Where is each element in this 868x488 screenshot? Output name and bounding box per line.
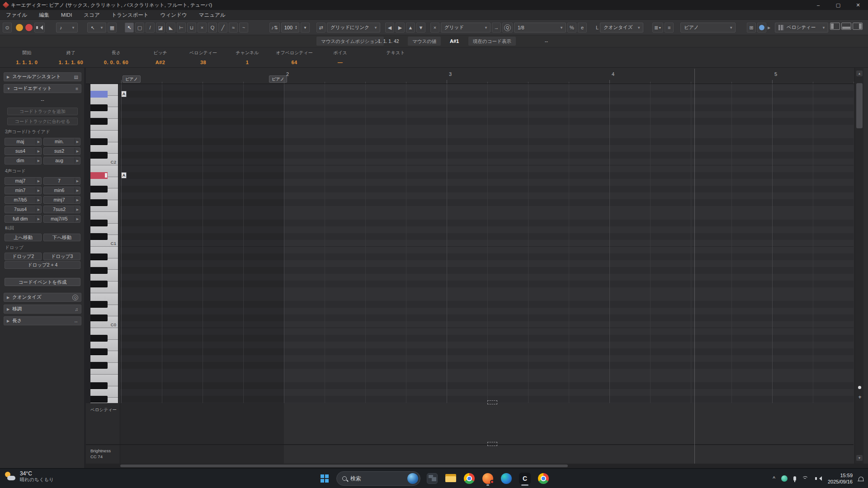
chord-flyout-arrow-icon[interactable]: ▶ [75,138,80,145]
snap-off-icon[interactable]: × [430,23,439,33]
chord-button-minj7[interactable]: minj7▶ [43,196,80,204]
auto-select-dropdown[interactable]: ↖▼ [87,23,106,33]
chord-flyout-arrow-icon[interactable]: ▶ [36,206,41,213]
browser-profile-button[interactable] [537,471,550,486]
part-selector-dropdown[interactable]: ピアノ▼ [680,23,736,33]
minimize-button[interactable]: – [808,0,828,10]
piano-key-black[interactable] [90,348,108,355]
chord-button-aug[interactable]: aug▶ [43,157,80,164]
note-grid[interactable]: AA [120,84,854,403]
midi-input-dropdown[interactable]: ♪▼ [56,23,78,33]
move-up-button[interactable]: 上へ移動 [5,234,42,241]
split-tool[interactable]: ⊢ [177,23,186,33]
file-explorer-button[interactable] [444,471,458,486]
quantize-q-icon[interactable]: Q [502,23,513,33]
setup-pin-icon[interactable]: ⊙ [3,23,12,33]
piano-key-black[interactable] [90,335,108,342]
right-zone-toggle[interactable] [853,23,863,30]
piano-key-black[interactable] [90,233,108,240]
grid-overlay-icon[interactable]: ⊞ [747,23,756,33]
info-value-3[interactable]: A#2 [156,60,165,65]
move-up-icon[interactable]: ▲ [406,23,415,33]
start-button[interactable] [318,471,331,486]
close-button[interactable]: ✕ [848,0,868,10]
more-caret-icon[interactable]: ▶ [768,26,770,30]
line-tool[interactable]: ╱ [218,23,227,33]
part-list-icon[interactable]: ≣▼ [652,23,663,33]
info-value-6[interactable]: 64 [291,60,297,65]
chord-flyout-arrow-icon[interactable]: ▶ [36,148,41,155]
chord-flyout-arrow-icon[interactable]: ▶ [75,157,80,164]
menu-scores[interactable]: スコア [78,10,105,20]
piano-key-black[interactable] [90,362,108,369]
piano-key-black[interactable] [90,118,108,125]
microphone-icon[interactable] [793,476,796,481]
move-down-icon[interactable]: ▼ [416,23,425,33]
cubase-button[interactable]: C [518,471,532,486]
panel-length[interactable]: ▶長さ↔ [4,316,81,325]
midi-note-As1[interactable]: A [121,172,127,178]
piano-key-black[interactable] [90,382,108,389]
glue-tool[interactable]: ⊔ [187,23,196,33]
midi-note-As2[interactable]: A [121,91,127,97]
vertical-scrollbar[interactable]: ▲ + ▼ [854,68,863,464]
part-start-flag[interactable]: ピアノ [123,75,141,83]
insert-velocity-spinner[interactable]: 100▲▼ [281,23,299,33]
chord-flyout-arrow-icon[interactable]: ▶ [36,178,41,184]
menu-manual[interactable]: マニュアル [193,10,231,20]
vertical-scroll-thumb[interactable] [856,83,863,128]
maximize-button[interactable]: ▢ [828,0,848,10]
move-down-button[interactable]: 下へ移動 [43,234,80,241]
chrome-button[interactable] [462,471,476,486]
add-chord-track-button[interactable]: コードトラックを追加 [7,108,78,115]
chord-flyout-arrow-icon[interactable]: ▶ [75,197,80,203]
grid-type-dropdown[interactable]: グリッド▼ [441,23,491,33]
zoom-dot-icon[interactable] [858,386,861,389]
search-box[interactable]: 検索 [336,471,420,486]
mute-tool[interactable]: × [198,23,207,33]
menu-window[interactable]: ウィンドウ [155,10,193,20]
chord-button-maj[interactable]: maj▶ [5,138,42,145]
zoom-tool[interactable]: Q [208,23,217,33]
piano-key-black[interactable] [90,253,108,260]
chord-button-min-[interactable]: min.▶ [43,138,80,145]
edge-button[interactable] [500,471,513,486]
zoom-in-button[interactable]: + [857,394,863,400]
panel-chord-editing[interactable]: ▼コードエディット≡ [4,84,81,93]
tray-app-icon[interactable] [781,475,788,482]
chord-button-7sus2[interactable]: 7sus2▶ [43,206,80,213]
info-value-5[interactable]: 1 [246,60,249,65]
warp-tool[interactable]: ≈ [229,23,238,33]
tray-chevron-icon[interactable]: ^ [773,475,775,482]
scroll-up-button[interactable]: ▲ [856,70,863,76]
quantize-preset-dropdown[interactable]: 1/8▼ [514,23,566,33]
chord-button-7[interactable]: 7▶ [43,177,80,185]
piano-key-black[interactable] [90,104,108,111]
draw-tool[interactable]: / [146,23,155,33]
chord-flyout-arrow-icon[interactable]: ▶ [36,216,41,222]
link-icon[interactable]: ⇄ [316,23,326,33]
info-value-1[interactable]: 1. 1. 1. 60 [59,60,83,65]
chord-button-sus2[interactable]: sus2▶ [43,147,80,155]
panel-transpose[interactable]: ▶移調♫ [4,305,81,314]
piano-key-black[interactable] [90,281,108,287]
menu-midi[interactable]: MIDI [55,10,78,20]
chord-flyout-arrow-icon[interactable]: ▶ [36,187,41,194]
chord-button-dim[interactable]: dim▶ [5,157,42,164]
left-zone-toggle[interactable] [830,23,840,30]
volume-icon[interactable] [815,476,822,481]
chord-button-maj7-5[interactable]: maj7/#5▶ [43,215,80,223]
panel-scale-assistant[interactable]: ▶スケールアシスタント▤ [4,72,81,81]
cc74-lane[interactable] [120,445,854,464]
edit-active-part-icon[interactable]: ≡ [665,23,674,33]
notification-app-button[interactable] [481,471,495,486]
chord-flyout-arrow-icon[interactable]: ▶ [75,178,80,184]
horizontal-scroll-thumb[interactable] [120,465,568,467]
curve-tool[interactable]: ~ [239,23,248,33]
iterative-quantize-icon[interactable]: % [567,23,576,33]
menu-edit[interactable]: 編集 [33,10,55,20]
piano-key-black[interactable] [90,186,108,192]
scroll-down-button[interactable]: ▼ [856,455,863,461]
drop2-button[interactable]: ドロップ2 [5,253,42,260]
lower-zone-toggle[interactable] [841,23,851,30]
